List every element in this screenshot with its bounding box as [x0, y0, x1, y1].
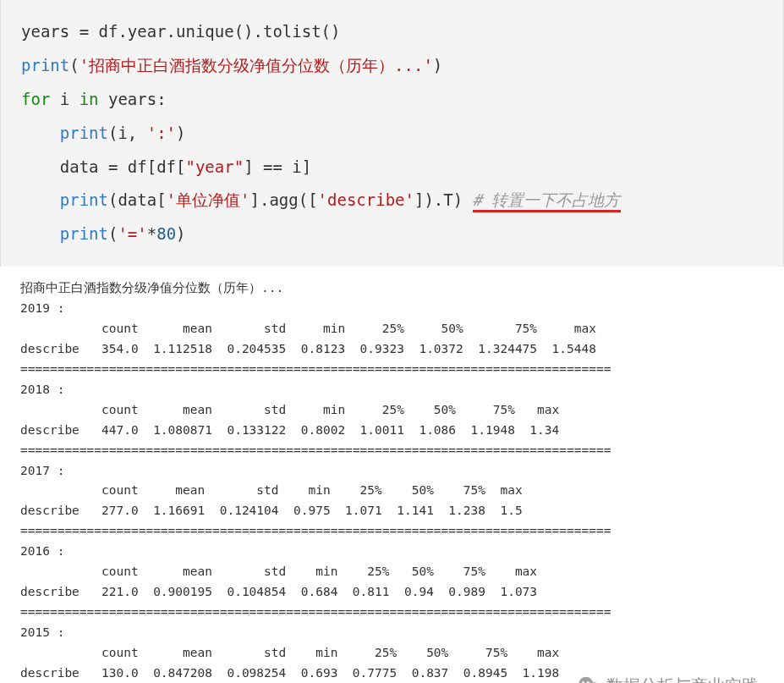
print-builtin: print [60, 124, 108, 142]
code-line-5: data = df[df["year"] == i] [21, 151, 763, 185]
string-literal: '单位净值' [167, 190, 250, 209]
number-literal: 80 [156, 224, 176, 243]
string-literal: "year" [185, 157, 244, 176]
code-line-2: print('招商中正白酒指数分级净值分位数（历年）...') [21, 49, 763, 83]
code-line-6: print(data['单位净值'].agg(['describe']).T) … [21, 184, 763, 218]
for-keyword: for [21, 90, 50, 108]
string-literal: 'describe' [318, 190, 414, 209]
code-line-4: print(i, ':') [21, 117, 763, 151]
code-text: years = df.year.unique().tolist() [21, 22, 341, 41]
code-block: years = df.year.unique().tolist() print(… [0, 0, 784, 267]
watermark-text: 数据分析与商业实践 [606, 675, 759, 683]
code-line-1: years = df.year.unique().tolist() [21, 15, 763, 49]
print-builtin: print [21, 56, 69, 74]
print-builtin: print [60, 190, 108, 209]
print-builtin: print [60, 224, 108, 243]
watermark-primary: 数据分析与商业实践 [578, 675, 759, 683]
code-comment: # 转置一下不占地方 [473, 190, 621, 212]
svg-point-0 [579, 677, 593, 683]
output-block: 招商中正白酒指数分级净值分位数（历年）... 2019 : count mean… [0, 267, 784, 683]
code-line-3: for i in years: [21, 83, 763, 117]
code-line-7: print('='*80) [21, 218, 763, 251]
string-literal: '招商中正白酒指数分级净值分位数（历年）...' [79, 56, 433, 74]
string-literal: '=' [118, 224, 146, 243]
in-keyword: in [79, 90, 99, 108]
string-literal: ':' [147, 124, 176, 142]
wechat-icon [578, 675, 601, 683]
